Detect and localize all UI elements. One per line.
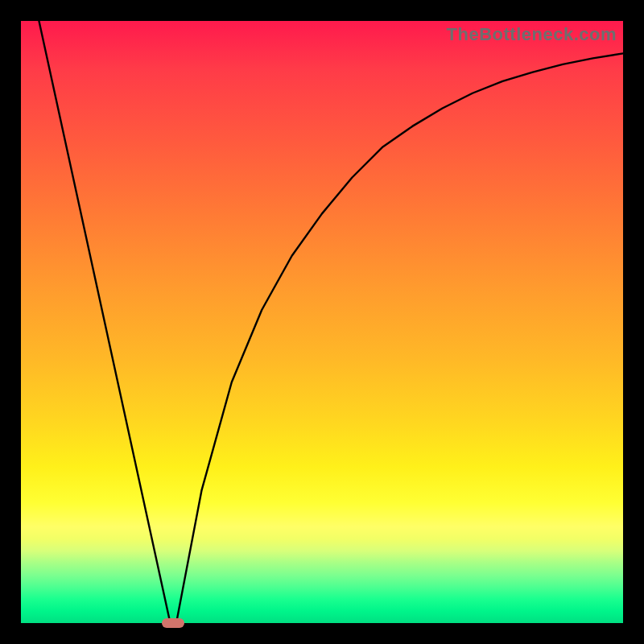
curve-path [39, 21, 623, 623]
plot-area: TheBottleneck.com [21, 21, 623, 623]
chart-frame: TheBottleneck.com [0, 0, 644, 644]
optimal-marker [162, 618, 184, 628]
bottleneck-curve [21, 21, 623, 623]
